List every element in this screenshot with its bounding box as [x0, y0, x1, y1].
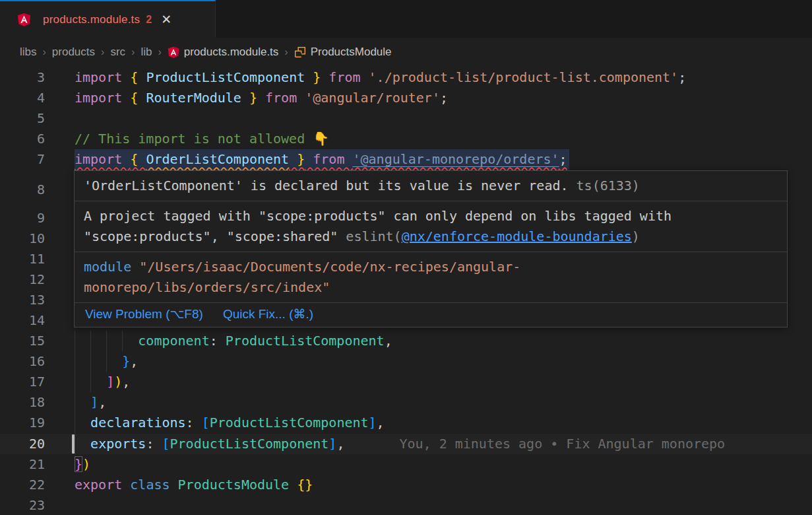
- quick-fix-link[interactable]: Quick Fix... (⌘.): [223, 306, 313, 323]
- git-blame-annotation: You, 2 minutes ago • Fix Angular monorep…: [399, 436, 725, 452]
- code-text: import { ProductListComponent } from './…: [75, 67, 686, 88]
- code-token: import: [75, 151, 130, 167]
- view-problem-link[interactable]: View Problem (⌥F8): [85, 306, 203, 323]
- code-token: }: [241, 90, 257, 106]
- line-number[interactable]: 14: [0, 310, 45, 331]
- code-token: ;: [440, 90, 448, 106]
- line-number[interactable]: 17: [0, 372, 45, 392]
- line-number[interactable]: 19: [0, 413, 45, 433]
- chevron-right-icon: ›: [43, 46, 46, 58]
- code-token: ]: [106, 374, 114, 390]
- close-icon[interactable]: ✕: [161, 13, 172, 26]
- code-token: [289, 477, 297, 493]
- breadcrumb-item-src[interactable]: src: [110, 46, 125, 59]
- code-text: ],: [75, 392, 106, 413]
- code-token: [75, 415, 90, 430]
- code-token: {: [130, 69, 146, 85]
- code-token: from: [305, 151, 352, 167]
- breadcrumb-item-products[interactable]: products: [52, 46, 95, 59]
- code-token: {}: [297, 477, 313, 493]
- code-token: ]: [369, 415, 377, 430]
- code-token: // This import is not allowed 👇: [75, 131, 329, 147]
- code-token: :: [210, 333, 226, 349]
- code-line-7[interactable]: 7import { OrderListComponent } from '@an…: [0, 149, 812, 170]
- code-text: // This import is not allowed 👇: [75, 129, 329, 149]
- text-cursor: [72, 434, 75, 454]
- code-line-18[interactable]: 18 ],: [0, 392, 812, 413]
- code-line-22[interactable]: 22export class ProductsModule {}: [0, 475, 812, 495]
- breadcrumb-item-file[interactable]: products.module.ts: [184, 46, 279, 59]
- code-line-20[interactable]: 20 exports: [ProductListComponent],You, …: [0, 434, 812, 454]
- tab-problem-count-badge: 2: [146, 14, 152, 26]
- tab-products-module[interactable]: products.module.ts 2 ✕: [0, 0, 216, 38]
- code-token: {: [130, 90, 146, 106]
- line-number[interactable]: 23: [0, 495, 45, 515]
- code-token: :: [146, 436, 162, 452]
- module-info-line1: module "/Users/isaac/Documents/code/nx-r…: [84, 257, 778, 277]
- line-number[interactable]: 13: [0, 290, 45, 310]
- code-text: import { RouterModule } from '@angular/r…: [75, 88, 448, 108]
- code-token: ,: [385, 333, 392, 349]
- module-path-line1: "/Users/isaac/Documents/code/nx-recipes/…: [131, 259, 520, 275]
- line-number[interactable]: 6: [0, 129, 45, 149]
- code-token: OrderListComponent: [146, 151, 289, 167]
- line-number[interactable]: 8: [0, 180, 45, 200]
- code-line-15[interactable]: 15 component: ProductListComponent,: [0, 331, 812, 351]
- code-line-4[interactable]: 4import { RouterModule } from '@angular/…: [0, 88, 812, 108]
- breadcrumb-item-libs[interactable]: libs: [20, 46, 37, 59]
- code-token: ;: [678, 69, 686, 85]
- code-token: ProductListComponent: [170, 436, 329, 452]
- code-line-19[interactable]: 19 declarations: [ProductListComponent],: [0, 413, 812, 433]
- code-token: from: [321, 69, 368, 85]
- line-number[interactable]: 21: [0, 454, 45, 475]
- code-token: [: [202, 415, 210, 430]
- code-line-23[interactable]: 23: [0, 495, 812, 515]
- code-line-3[interactable]: 3import { ProductListComponent } from '.…: [0, 67, 812, 88]
- code-token: exports: [90, 436, 146, 452]
- line-number[interactable]: 20: [0, 434, 45, 454]
- code-token: }: [122, 353, 130, 369]
- diagnostic-eslint-line2-text: "scope:products", "scope:shared": [84, 228, 346, 244]
- chevron-right-icon: ›: [101, 46, 104, 58]
- code-token: ,: [377, 415, 385, 430]
- code-token: [75, 374, 106, 390]
- code-line-16[interactable]: 16 },: [0, 351, 812, 372]
- line-number[interactable]: 9: [0, 208, 45, 228]
- line-number[interactable]: 5: [0, 108, 45, 129]
- code-token: component: [138, 333, 209, 349]
- code-line-21[interactable]: 21}): [0, 454, 812, 475]
- code-line-17[interactable]: 17 ]),: [0, 372, 812, 392]
- code-token: './product-list/product-list.component': [369, 69, 679, 85]
- breadcrumb: libs›products›src›lib›products.module.ts…: [0, 38, 812, 66]
- code-token: ]: [90, 394, 98, 410]
- line-number[interactable]: 4: [0, 88, 45, 108]
- code-line-5[interactable]: 5: [0, 108, 812, 129]
- breadcrumb-item-lib[interactable]: lib: [141, 46, 152, 59]
- code-text: export class ProductsModule {}: [75, 475, 313, 495]
- line-number[interactable]: 7: [0, 149, 45, 170]
- code-token: }: [305, 69, 321, 85]
- diagnostic-eslint-message: A project tagged with "scope:products" c…: [75, 201, 787, 252]
- eslint-rule-link[interactable]: @nx/enforce-module-boundaries: [402, 228, 632, 244]
- diagnostic-ts-message: 'OrderListComponent' is declared but its…: [75, 171, 787, 201]
- line-number[interactable]: 12: [0, 269, 45, 290]
- code-token: ,: [336, 436, 344, 452]
- code-token: ProductListComponent: [146, 69, 305, 85]
- line-number[interactable]: 22: [0, 475, 45, 495]
- line-number[interactable]: 18: [0, 392, 45, 413]
- eslint-source-open: eslint(: [346, 228, 401, 244]
- angular-file-icon: [168, 46, 179, 58]
- code-line-6[interactable]: 6// This import is not allowed 👇: [0, 129, 812, 149]
- line-number[interactable]: 11: [0, 249, 45, 269]
- breadcrumb-item-symbol[interactable]: ProductsModule: [311, 46, 392, 59]
- tab-bar: products.module.ts 2 ✕: [0, 0, 812, 38]
- line-number[interactable]: 10: [0, 228, 45, 249]
- code-token: '@angular-monorepo/orders': [352, 151, 559, 167]
- module-path-line2: monorepo/libs/orders/src/index": [84, 277, 778, 298]
- code-text: import { OrderListComponent } from '@ang…: [75, 149, 569, 170]
- line-number[interactable]: 15: [0, 331, 45, 351]
- code-token: [75, 394, 90, 410]
- line-number[interactable]: 3: [0, 67, 45, 88]
- diagnostic-ts-source: ts(6133): [569, 178, 640, 193]
- line-number[interactable]: 16: [0, 351, 45, 372]
